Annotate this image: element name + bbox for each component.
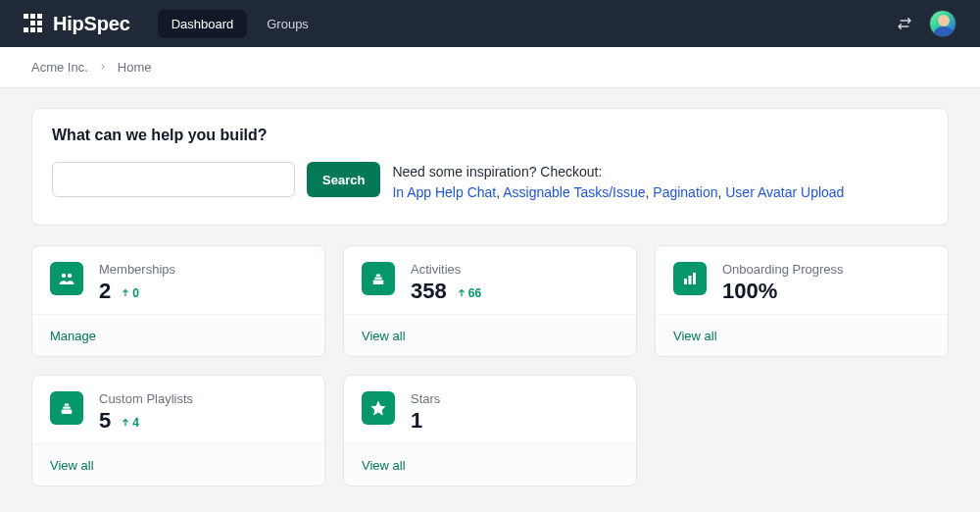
- card-footer-link[interactable]: View all: [673, 329, 717, 343]
- inspiration-link[interactable]: Assignable Tasks/Issue: [503, 184, 645, 200]
- card-title: Stars: [411, 391, 440, 406]
- card-onboarding: Onboarding Progress 100% View all: [655, 245, 949, 357]
- card-value: 100%: [722, 279, 777, 304]
- breadcrumb-current: Home: [118, 60, 152, 75]
- chevron-right-icon: [98, 60, 108, 75]
- svg-rect-3: [373, 281, 384, 285]
- star-icon: [362, 391, 395, 425]
- svg-marker-14: [371, 401, 386, 416]
- svg-rect-7: [684, 279, 687, 284]
- svg-rect-8: [689, 276, 692, 284]
- inspiration-link[interactable]: In App Help Chat: [392, 184, 496, 200]
- nav-tab-dashboard[interactable]: Dashboard: [158, 10, 248, 38]
- inspiration-prompt: Need some inspiration? Checkout:: [392, 162, 844, 182]
- nav-tab-groups[interactable]: Groups: [253, 10, 322, 38]
- users-icon: [50, 262, 83, 295]
- svg-rect-5: [376, 275, 381, 277]
- hero-card: What can we help you build? Search Need …: [31, 108, 949, 226]
- nav-right: [896, 10, 956, 37]
- svg-point-1: [68, 274, 73, 279]
- breadcrumb: Acme Inc. Home: [0, 47, 980, 88]
- card-memberships: Memberships 2 0 Manage: [31, 245, 325, 357]
- card-footer-link[interactable]: View all: [362, 458, 406, 473]
- inspiration-block: Need some inspiration? Checkout: In App …: [392, 162, 844, 203]
- card-stars: Stars 1 View all: [343, 375, 637, 486]
- bars-icon: [673, 262, 707, 295]
- svg-rect-9: [693, 273, 696, 284]
- svg-rect-12: [65, 404, 70, 406]
- card-delta: 4: [121, 416, 139, 430]
- stack-icon: [362, 262, 395, 295]
- card-value: 1: [411, 408, 422, 434]
- brand: HipSpec: [24, 13, 130, 35]
- card-title: Onboarding Progress: [722, 262, 844, 277]
- card-title: Custom Playlists: [99, 391, 193, 406]
- inspiration-links: In App Help Chat, Assignable Tasks/Issue…: [392, 182, 844, 203]
- brand-logo-icon: [24, 14, 43, 33]
- card-delta: 0: [121, 286, 139, 300]
- svg-rect-4: [374, 278, 382, 280]
- nav-tabs: Dashboard Groups: [158, 10, 322, 38]
- svg-rect-10: [62, 410, 73, 415]
- card-footer-link[interactable]: View all: [50, 458, 94, 473]
- card-playlists: Custom Playlists 5 4 View all: [31, 375, 325, 486]
- user-avatar[interactable]: [929, 10, 956, 37]
- inspiration-link[interactable]: Pagination: [653, 184, 717, 200]
- card-activities: Activities 358 66 View all: [343, 245, 637, 357]
- card-footer-link[interactable]: View all: [362, 329, 406, 343]
- inspiration-link[interactable]: User Avatar Upload: [725, 184, 844, 200]
- svg-rect-11: [63, 407, 71, 409]
- switch-icon[interactable]: [896, 15, 913, 32]
- card-value: 2: [99, 279, 111, 304]
- stack-icon: [50, 391, 83, 425]
- card-title: Activities: [411, 262, 481, 277]
- breadcrumb-org[interactable]: Acme Inc.: [31, 60, 88, 75]
- main-content: What can we help you build? Search Need …: [0, 88, 980, 506]
- card-value: 358: [411, 279, 447, 304]
- top-navbar: HipSpec Dashboard Groups: [0, 0, 980, 47]
- svg-point-0: [62, 274, 67, 279]
- card-title: Memberships: [99, 262, 175, 277]
- hero-title: What can we help you build?: [52, 127, 928, 144]
- search-button[interactable]: Search: [307, 162, 380, 197]
- cards-grid: Memberships 2 0 Manage: [31, 245, 949, 486]
- card-footer-link[interactable]: Manage: [50, 329, 96, 343]
- card-value: 5: [99, 408, 111, 434]
- brand-name: HipSpec: [53, 13, 130, 35]
- card-delta: 66: [457, 286, 481, 300]
- search-input[interactable]: [52, 162, 295, 197]
